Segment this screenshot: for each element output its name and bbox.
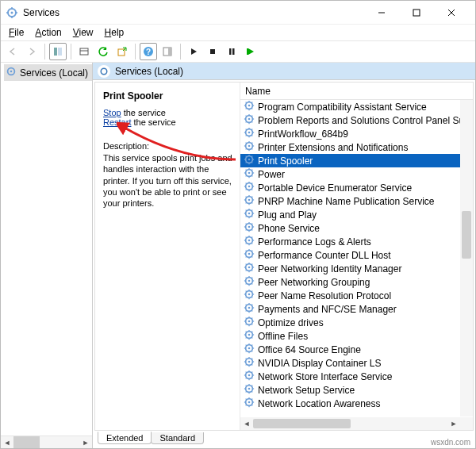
- menu-view[interactable]: View: [68, 26, 98, 39]
- svg-line-124: [246, 229, 247, 230]
- svg-line-205: [251, 332, 252, 332]
- service-row[interactable]: Portable Device Enumerator Service: [240, 181, 460, 194]
- service-row[interactable]: Performance Logs & Alerts: [240, 235, 460, 248]
- stop-service-button[interactable]: [204, 43, 221, 60]
- svg-rect-19: [210, 49, 215, 54]
- close-button[interactable]: [434, 2, 469, 24]
- vscroll-thumb[interactable]: [462, 211, 471, 259]
- svg-line-192: [246, 318, 247, 319]
- service-row[interactable]: Network Location Awareness: [240, 397, 460, 410]
- action-pane-button[interactable]: [159, 43, 176, 60]
- services-app-icon: [6, 6, 18, 19]
- help-button[interactable]: ?: [140, 43, 157, 60]
- refresh-button[interactable]: [94, 43, 112, 60]
- service-name-label: Performance Logs & Alerts: [258, 236, 371, 248]
- service-row[interactable]: Payments and NFC/SE Manager: [240, 302, 460, 316]
- svg-point-27: [248, 105, 251, 107]
- service-gear-icon: [244, 140, 255, 154]
- scroll-corner: [460, 417, 473, 430]
- properties-button[interactable]: [75, 43, 93, 60]
- hscroll-right-arrow[interactable]: ►: [447, 420, 460, 428]
- service-row[interactable]: Offline Files: [240, 329, 460, 343]
- services-window: Services File Action View Help ?: [0, 0, 476, 449]
- scroll-left-arrow[interactable]: ◄: [1, 436, 13, 448]
- svg-line-225: [251, 359, 252, 359]
- show-hide-tree-button[interactable]: [49, 43, 67, 60]
- service-gear-icon: [244, 181, 255, 194]
- services-list-body[interactable]: Program Compatibility Assistant ServiceP…: [240, 100, 460, 417]
- menu-action[interactable]: Action: [30, 26, 66, 39]
- svg-point-207: [248, 347, 251, 350]
- tree-node-services-local[interactable]: Services (Local): [4, 64, 92, 81]
- service-name-label: PrintWorkflow_684b9: [258, 129, 348, 140]
- hscroll-track[interactable]: [253, 417, 447, 430]
- maximize-button[interactable]: [399, 2, 434, 24]
- restart-suffix: the service: [131, 117, 175, 127]
- svg-point-127: [248, 240, 251, 242]
- restart-service-button[interactable]: [242, 43, 259, 60]
- export-button[interactable]: [113, 43, 131, 60]
- svg-line-113: [251, 216, 252, 217]
- svg-line-182: [246, 305, 247, 305]
- svg-line-44: [246, 121, 247, 122]
- service-row[interactable]: Program Compatibility Assistant Service: [240, 100, 460, 113]
- service-row[interactable]: Problem Reports and Solutions Control Pa…: [240, 113, 460, 127]
- service-gear-icon: [244, 289, 255, 302]
- service-gear-icon: [244, 113, 255, 127]
- svg-line-152: [246, 264, 247, 265]
- scroll-right-arrow[interactable]: ►: [79, 436, 92, 448]
- svg-line-95: [251, 183, 252, 184]
- horizontal-scrollbar[interactable]: ◄ ►: [240, 417, 460, 430]
- menu-file[interactable]: File: [4, 26, 29, 39]
- service-row[interactable]: Peer Networking Grouping: [240, 275, 460, 289]
- service-name-label: Program Compatibility Assistant Service: [258, 102, 427, 113]
- toolbar-separator: [44, 44, 45, 59]
- service-row[interactable]: Power: [240, 167, 460, 181]
- service-gear-icon: [244, 221, 255, 235]
- svg-point-217: [248, 361, 251, 363]
- service-row[interactable]: Network Setup Service: [240, 383, 460, 397]
- svg-point-137: [248, 253, 251, 255]
- scroll-track[interactable]: [13, 436, 79, 448]
- window-controls: [364, 2, 469, 24]
- stop-service-link[interactable]: Stop: [103, 108, 121, 117]
- hscroll-thumb[interactable]: [253, 419, 351, 428]
- svg-line-142: [246, 251, 247, 251]
- service-row[interactable]: Plug and Play: [240, 208, 460, 221]
- service-gear-icon: [244, 397, 255, 410]
- svg-line-255: [251, 399, 252, 400]
- service-row[interactable]: Phone Service: [240, 221, 460, 235]
- column-name[interactable]: Name: [240, 84, 275, 98]
- svg-line-212: [246, 345, 247, 346]
- scroll-thumb[interactable]: [13, 436, 40, 448]
- service-name-label: Payments and NFC/SE Manager: [258, 304, 397, 315]
- service-gear-icon: [244, 356, 255, 370]
- service-row[interactable]: Office 64 Source Engine: [240, 343, 460, 356]
- minimize-button[interactable]: [364, 2, 399, 24]
- tab-standard[interactable]: Standard: [151, 432, 204, 444]
- service-row[interactable]: Peer Networking Identity Manager: [240, 262, 460, 275]
- hscroll-left-arrow[interactable]: ◄: [240, 420, 253, 428]
- titlebar[interactable]: Services: [1, 1, 475, 25]
- service-row[interactable]: Print Spooler: [240, 154, 460, 167]
- svg-line-73: [251, 162, 252, 163]
- service-row[interactable]: Network Store Interface Service: [240, 370, 460, 383]
- service-row[interactable]: Printer Extensions and Notifications: [240, 140, 460, 154]
- menu-help[interactable]: Help: [100, 26, 129, 39]
- svg-point-177: [248, 307, 251, 309]
- service-row[interactable]: Optimize drives: [240, 316, 460, 329]
- service-row[interactable]: PNRP Machine Name Publication Service: [240, 194, 460, 208]
- vertical-scrollbar[interactable]: [460, 100, 473, 416]
- service-row[interactable]: NVIDIA Display Container LS: [240, 356, 460, 370]
- service-row[interactable]: Peer Name Resolution Protocol: [240, 289, 460, 302]
- pause-service-button[interactable]: [223, 43, 240, 60]
- service-row[interactable]: Performance Counter DLL Host: [240, 248, 460, 262]
- tab-extended[interactable]: Extended: [98, 432, 152, 444]
- console-tree[interactable]: Services (Local): [1, 63, 92, 436]
- start-service-button[interactable]: [185, 43, 202, 60]
- restart-service-link[interactable]: Restart: [103, 117, 131, 127]
- services-list-pane: Name Program Compatibility Assistant Ser…: [240, 83, 473, 430]
- svg-line-165: [251, 278, 252, 278]
- service-row[interactable]: PrintWorkflow_684b9: [240, 127, 460, 140]
- left-horizontal-scrollbar[interactable]: ◄ ►: [1, 436, 92, 448]
